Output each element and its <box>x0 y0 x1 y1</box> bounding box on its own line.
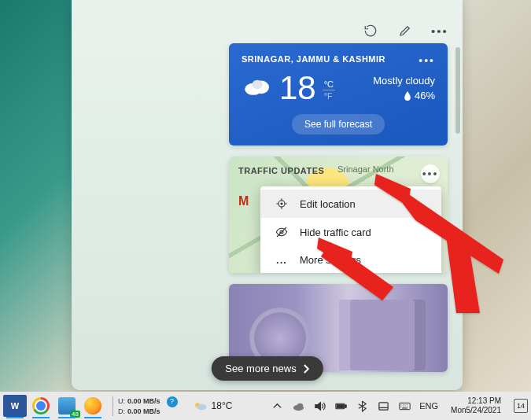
touchpad-icon[interactable] <box>377 400 389 412</box>
weather-humidity: 46% <box>373 90 435 101</box>
panel-more-icon[interactable]: ••• <box>431 22 448 39</box>
svg-point-9 <box>197 404 206 411</box>
keyboard-icon[interactable] <box>398 400 411 412</box>
see-full-forecast-button[interactable]: See full forecast <box>292 114 385 134</box>
chevron-up-icon[interactable] <box>271 400 283 412</box>
menu-more-settings-label: More settings <box>300 254 361 266</box>
traffic-title: TRAFFIC UPDATES <box>238 166 324 175</box>
bluetooth-icon[interactable] <box>356 400 368 412</box>
system-tray: ENG 12:13 PM Mon5/24/2021 14 <box>271 396 531 415</box>
refresh-icon[interactable] <box>362 22 379 39</box>
traffic-context-menu: Edit location Hide traffic card ... More… <box>260 186 441 273</box>
edit-pencil-icon[interactable] <box>396 22 414 39</box>
menu-hide-card-label: Hide traffic card <box>300 227 371 238</box>
scrollbar-thumb[interactable] <box>455 47 460 134</box>
menu-edit-location-label: Edit location <box>300 198 356 210</box>
svg-point-4 <box>281 203 282 204</box>
weather-units[interactable]: °C °F <box>323 79 335 101</box>
widgets-panel: ••• SRINAGAR, JAMMU & KASHMIR ••• 18 °C … <box>72 0 463 390</box>
battery-icon[interactable] <box>334 400 347 412</box>
crosshair-icon <box>275 197 289 210</box>
question-icon[interactable]: ? <box>167 396 178 407</box>
chrome-app-icon[interactable] <box>29 395 53 417</box>
taskbar-weather[interactable]: 18°C <box>194 400 233 411</box>
weather-more-icon[interactable]: ••• <box>419 54 435 67</box>
onedrive-icon[interactable] <box>292 400 304 412</box>
menu-edit-location[interactable]: Edit location <box>260 190 441 218</box>
menu-hide-card[interactable]: Hide traffic card <box>260 218 441 246</box>
traffic-card: TRAFFIC UPDATES Srinagar North ••• M Edi… <box>229 157 448 273</box>
hide-eye-icon <box>275 226 289 238</box>
svg-point-11 <box>297 403 303 407</box>
word-app-icon[interactable]: W <box>3 395 27 417</box>
traffic-snippet: M <box>238 194 249 208</box>
taskbar-apps: W 48 <box>0 395 105 417</box>
notification-center-icon[interactable]: 14 <box>514 399 528 413</box>
firefox-app-icon[interactable] <box>81 395 105 417</box>
weather-temp: 18 <box>279 72 316 105</box>
weather-location: SRINAGAR, JAMMU & KASHMIR <box>242 54 385 64</box>
language-indicator[interactable]: ENG <box>419 401 438 411</box>
scrollbar[interactable] <box>455 47 460 378</box>
weather-card: SRINAGAR, JAMMU & KASHMIR ••• 18 °C °F M… <box>229 43 448 146</box>
see-more-news-button[interactable]: See more news <box>211 356 323 381</box>
net-meter: U:0.00 MB/s? D:0.00 MB/s <box>112 396 183 416</box>
traffic-more-icon[interactable]: ••• <box>421 164 440 183</box>
speaker-icon[interactable] <box>313 400 326 412</box>
panel-toolbar: ••• <box>362 22 448 39</box>
clock[interactable]: 12:13 PM Mon5/24/2021 <box>447 396 505 415</box>
taskbar: W 48 U:0.00 MB/s? D:0.00 MB/s 18°C ENG 1… <box>0 392 531 420</box>
svg-rect-14 <box>337 404 343 407</box>
menu-more-settings[interactable]: ... More settings <box>260 246 441 273</box>
cards-column: SRINAGAR, JAMMU & KASHMIR ••• 18 °C °F M… <box>229 43 448 372</box>
ellipsis-icon: ... <box>275 254 289 266</box>
fences-app-icon[interactable]: 48 <box>55 395 79 417</box>
svg-rect-13 <box>345 404 346 407</box>
svg-point-2 <box>252 80 262 90</box>
weather-condition: Mostly cloudy <box>373 75 435 87</box>
svg-rect-15 <box>379 402 388 409</box>
cloud-icon <box>242 75 273 101</box>
map-city-label: Srinagar North <box>337 164 394 174</box>
